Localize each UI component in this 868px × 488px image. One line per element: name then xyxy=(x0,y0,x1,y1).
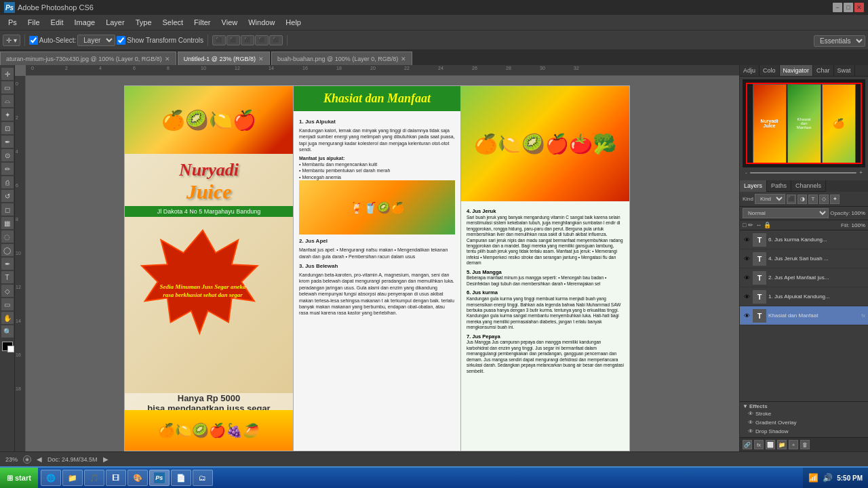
layer-eye-4[interactable]: 👁 xyxy=(743,293,751,301)
menu-help[interactable]: Help xyxy=(280,17,307,28)
rp-tab-char[interactable]: Char xyxy=(813,65,834,76)
smart-filter[interactable]: ✦ xyxy=(830,195,840,204)
clone-tool[interactable]: ⎙ xyxy=(1,176,14,188)
blur-tool[interactable]: ◌ xyxy=(1,230,14,243)
taskbar-app2[interactable]: 🎨 xyxy=(127,470,148,486)
tray-volume[interactable]: 🔊 xyxy=(823,473,833,483)
start-button[interactable]: ⊞ start xyxy=(0,468,38,488)
magic-wand-tool[interactable]: ✦ xyxy=(1,108,14,121)
layers-tab-layers[interactable]: Layers xyxy=(740,180,767,192)
blend-mode-select[interactable]: Normal xyxy=(743,208,829,218)
text-tool[interactable]: T xyxy=(1,271,14,283)
menu-window[interactable]: Window xyxy=(243,17,280,28)
align-btn-5[interactable]: ⬛ xyxy=(269,35,283,45)
eraser-tool[interactable]: ◻ xyxy=(1,203,14,216)
tray-network[interactable]: 📶 xyxy=(808,473,818,483)
tab-aturan-close[interactable]: ✕ xyxy=(165,56,170,62)
align-btn-3[interactable]: ⬛ xyxy=(241,35,254,45)
brush-tool[interactable]: ✏ xyxy=(1,163,14,175)
layer-item[interactable]: 👁 T 2. Jus Apel Manfaat jus... xyxy=(740,268,868,287)
gradient-eye-icon[interactable]: 👁 xyxy=(748,420,753,426)
tab-untitled[interactable]: Untitled-1 @ 23% (RGB/8) ✕ xyxy=(178,52,270,65)
taskbar-app1[interactable]: 🎞 xyxy=(106,470,126,486)
lock-image[interactable]: ✏ xyxy=(748,222,753,228)
link-layers-btn[interactable]: 🔗 xyxy=(743,440,752,449)
taskbar-photoshop[interactable]: Ps xyxy=(149,470,170,486)
path-tool[interactable]: ◇ xyxy=(1,285,14,297)
color-swatch[interactable] xyxy=(2,342,13,351)
history-tool[interactable]: ↺ xyxy=(1,190,14,202)
taskbar-ie[interactable]: 🌐 xyxy=(41,470,61,486)
lock-all[interactable]: 🔒 xyxy=(764,222,771,228)
nav-preview[interactable]: NuryadiJuice KhasiatdanManfaat 🍊 xyxy=(743,79,865,167)
menu-type[interactable]: Type xyxy=(130,17,157,28)
hand-tool[interactable]: ✋ xyxy=(1,312,14,324)
delete-layer-btn[interactable]: 🗑 xyxy=(800,440,810,449)
zoom-tool[interactable]: 🔍 xyxy=(1,325,14,338)
lasso-tool[interactable]: ⌓ xyxy=(1,95,14,107)
tab-aturan[interactable]: aturan-minum-jus-730x430.jpg @ 100% (Lay… xyxy=(0,52,176,65)
menu-filter[interactable]: Filter xyxy=(189,17,216,28)
menu-layer[interactable]: Layer xyxy=(100,17,130,28)
lock-transparent[interactable]: □ xyxy=(743,222,746,228)
pixel-filter[interactable]: ⬛ xyxy=(787,195,796,204)
maximize-button[interactable]: □ xyxy=(844,3,853,12)
menu-ps[interactable]: Ps xyxy=(3,17,22,28)
align-btn-1[interactable]: ⬛ xyxy=(212,35,226,45)
menu-image[interactable]: Image xyxy=(69,17,101,28)
align-btn-2[interactable]: ⬛ xyxy=(226,35,240,45)
layer-item[interactable]: 👁 T 1. Jus Alpukat Kandung... xyxy=(740,287,868,306)
prev-arrow[interactable]: ◀ xyxy=(37,455,42,463)
layer-eye-1[interactable]: 👁 xyxy=(743,236,751,244)
layer-item[interactable]: 👁 T 4. Jus Jeruk Sari buah ... xyxy=(740,249,868,268)
move-tool-btn[interactable]: ✛ xyxy=(1,68,14,80)
type-filter[interactable]: T xyxy=(808,195,818,204)
eyedropper-tool[interactable]: ✒ xyxy=(1,136,14,148)
shadow-eye-icon[interactable]: 👁 xyxy=(748,428,753,434)
canvas-area[interactable]: 0 2 4 6 8 10 12 14 16 18 20 22 24 26 28 … xyxy=(15,65,739,451)
shape-tool[interactable]: ▭ xyxy=(1,298,14,310)
tab-buah-close[interactable]: ✕ xyxy=(401,56,406,62)
transform-checkbox[interactable] xyxy=(117,36,125,45)
layers-tab-paths[interactable]: Paths xyxy=(767,180,791,192)
taskbar-explorer[interactable]: 📁 xyxy=(62,470,83,486)
layers-tab-channels[interactable]: Channels xyxy=(791,180,826,192)
rp-tab-navigator[interactable]: Navigator xyxy=(780,65,814,76)
shape-filter[interactable]: ◇ xyxy=(819,195,829,204)
auto-select-checkbox[interactable] xyxy=(29,36,38,45)
new-group-btn[interactable]: 📁 xyxy=(777,440,787,449)
effect-stroke[interactable]: 👁 Stroke xyxy=(743,409,865,418)
essentials-select[interactable]: Essentials xyxy=(814,35,865,47)
kind-select[interactable]: Kind xyxy=(755,194,785,204)
nav-zoom-slider[interactable] xyxy=(750,172,857,174)
menu-file[interactable]: File xyxy=(22,17,45,28)
layer-select[interactable]: Layer xyxy=(77,35,115,46)
menu-view[interactable]: View xyxy=(216,17,243,28)
layer-item-active[interactable]: 👁 T Khasiat dan Manfaat fx xyxy=(740,306,868,325)
nav-zoom-plus[interactable]: + xyxy=(859,169,863,176)
add-mask-btn[interactable]: ⬜ xyxy=(766,440,775,449)
dodge-tool[interactable]: ◯ xyxy=(1,244,14,256)
new-layer-btn[interactable]: + xyxy=(789,440,798,449)
gradient-tool[interactable]: ▦ xyxy=(1,217,14,229)
menu-edit[interactable]: Edit xyxy=(45,17,69,28)
pen-tool[interactable]: ✒ xyxy=(1,258,14,270)
effect-gradient-overlay[interactable]: 👁 Gradient Overlay xyxy=(743,418,865,427)
progress-indicator[interactable]: ◉ xyxy=(23,455,31,464)
taskbar-app3[interactable]: 🗂 xyxy=(193,470,213,486)
effect-drop-shadow[interactable]: 👁 Drop Shadow xyxy=(743,427,865,436)
add-style-btn[interactable]: fx xyxy=(754,440,764,449)
tab-buah[interactable]: buah-buahan.png @ 100% (Layer 0, RGB/8) … xyxy=(271,52,412,65)
marquee-tool[interactable]: ▭ xyxy=(1,81,14,94)
minimize-button[interactable]: − xyxy=(833,3,842,12)
close-button[interactable]: ✕ xyxy=(854,3,864,12)
layer-eye-3[interactable]: 👁 xyxy=(743,274,751,282)
rp-tab-colo[interactable]: Colo xyxy=(760,65,780,76)
layer-item[interactable]: 👁 T 6. Jus kurma Kandung... xyxy=(740,230,868,249)
tab-untitled-close[interactable]: ✕ xyxy=(258,56,264,62)
nav-zoom-minus[interactable]: - xyxy=(745,169,747,176)
spot-heal-tool[interactable]: ⊙ xyxy=(1,149,14,161)
move-tool[interactable]: ✛ ▾ xyxy=(3,35,20,46)
menu-select[interactable]: Select xyxy=(157,17,189,28)
layer-eye-2[interactable]: 👁 xyxy=(743,255,751,263)
